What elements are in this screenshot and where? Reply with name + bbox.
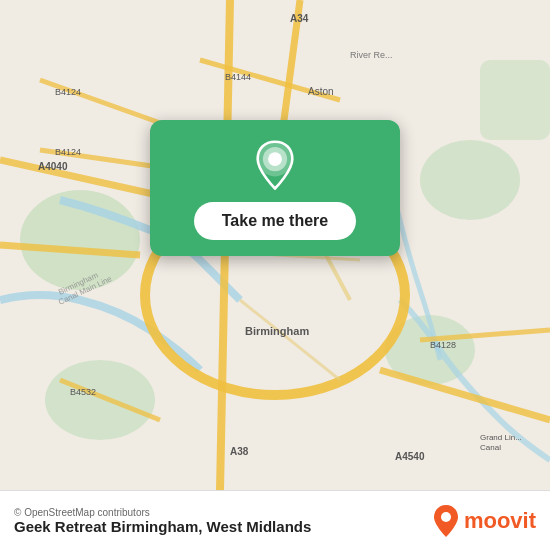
svg-text:Canal: Canal (480, 443, 501, 452)
svg-text:Aston: Aston (308, 86, 334, 97)
svg-text:A4540: A4540 (395, 451, 425, 462)
svg-text:A38: A38 (230, 446, 249, 457)
svg-point-2 (420, 140, 520, 220)
svg-text:A34: A34 (290, 13, 309, 24)
moovit-logo: moovit (432, 504, 536, 538)
svg-text:A4040: A4040 (38, 161, 68, 172)
map-container: Birmingham Canal Main Line A34 A4040 B41… (0, 0, 550, 490)
svg-text:B4532: B4532 (70, 387, 96, 397)
svg-text:Grand Lin...: Grand Lin... (480, 433, 522, 442)
svg-text:B4124: B4124 (55, 147, 81, 157)
svg-text:B4144: B4144 (225, 72, 251, 82)
moovit-pin-icon (432, 504, 460, 538)
location-name: Geek Retreat Birmingham, West Midlands (14, 518, 311, 535)
svg-rect-5 (480, 60, 550, 140)
footer: © OpenStreetMap contributors Geek Retrea… (0, 490, 550, 550)
take-me-there-button[interactable]: Take me there (194, 202, 356, 240)
svg-text:B4124: B4124 (55, 87, 81, 97)
svg-point-40 (268, 152, 282, 166)
moovit-brand-text: moovit (464, 508, 536, 534)
svg-point-4 (45, 360, 155, 440)
location-card: Take me there (150, 120, 400, 256)
location-pin-icon (249, 140, 301, 192)
svg-text:River Re...: River Re... (350, 50, 393, 60)
svg-point-41 (441, 512, 451, 522)
copyright-text: © OpenStreetMap contributors (14, 507, 311, 518)
svg-text:Birmingham: Birmingham (245, 325, 309, 337)
svg-text:B4128: B4128 (430, 340, 456, 350)
footer-left: © OpenStreetMap contributors Geek Retrea… (14, 507, 311, 535)
